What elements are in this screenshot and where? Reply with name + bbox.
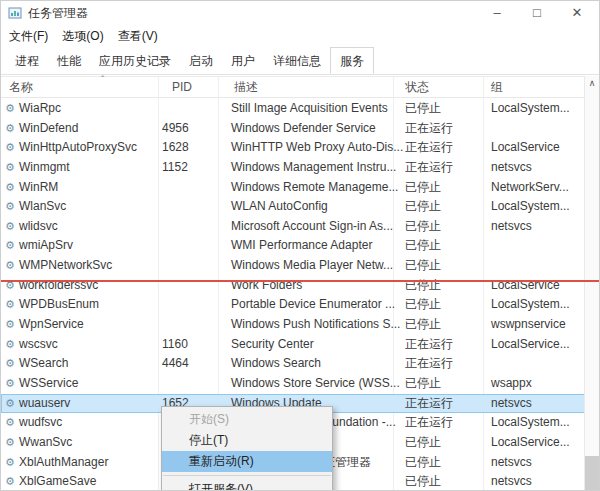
column-header-name[interactable]: 名称 (9, 77, 33, 98)
task-manager-icon (8, 6, 22, 20)
cell-group: LocalSystem... (491, 413, 570, 433)
menu-separator (163, 475, 331, 476)
cell-status: 已停止 (405, 453, 441, 473)
service-row-wscsvc[interactable]: ⚙wscsvc1160Security Center正在运行LocalServi… (1, 335, 586, 355)
cell-status: 已停止 (405, 178, 441, 198)
scrollbar[interactable]: ∧ (584, 76, 599, 490)
cell-status: 正在运行 (405, 354, 453, 374)
cell-description: Windows Media Player Netw... (231, 256, 393, 276)
cell-group: netsvcs (491, 158, 532, 178)
cell-group: NetworkServ... (491, 178, 569, 198)
service-gear-icon: ⚙ (5, 236, 15, 256)
cell-status: 已停止 (405, 99, 441, 119)
tab-app-history[interactable]: 应用历史记录 (90, 48, 180, 75)
service-gear-icon: ⚙ (5, 433, 15, 453)
cell-name: WSearch (19, 354, 68, 374)
service-row-wsservice[interactable]: ⚙WSServiceWindows Store Service (WSS...已… (1, 374, 586, 394)
service-row-wiarpc[interactable]: ⚙WiaRpcStill Image Acquisition Events已停止… (1, 99, 586, 119)
cell-group: netsvcs (491, 217, 532, 237)
service-gear-icon: ⚙ (5, 295, 15, 315)
service-gear-icon: ⚙ (5, 256, 15, 276)
cell-status: 已停止 (405, 236, 441, 256)
cell-description: WinHTTP Web Proxy Auto-Dis... (231, 138, 403, 158)
cell-name: WpnService (19, 315, 84, 335)
cell-status: 已停止 (405, 472, 441, 491)
column-header-status[interactable]: 状态 (405, 77, 429, 98)
service-row-wlansvc[interactable]: ⚙WlanSvcWLAN AutoConfig已停止LocalSystem... (1, 197, 586, 217)
cell-description: Windows Search (231, 354, 321, 374)
cell-status: 已停止 (405, 197, 441, 217)
service-gear-icon: ⚙ (5, 197, 15, 217)
maximize-button[interactable]: □ (517, 1, 557, 25)
cell-description: Windows Push Notifications S... (231, 315, 400, 335)
minimize-button[interactable]: – (477, 1, 517, 25)
cell-pid: 1160 (162, 335, 188, 355)
tab-users[interactable]: 用户 (222, 48, 264, 75)
service-row-winhttpautoproxysvc[interactable]: ⚙WinHttpAutoProxySvc1628WinHTTP Web Prox… (1, 138, 586, 158)
cell-name: wudfsvc (19, 413, 62, 433)
service-row-wlidsvc[interactable]: ⚙wlidsvcMicrosoft Account Sign-in As...已… (1, 217, 586, 237)
service-gear-icon: ⚙ (5, 158, 15, 178)
cell-name: WMPNetworkSvc (19, 256, 112, 276)
service-gear-icon: ⚙ (5, 394, 15, 414)
cell-description: Security Center (231, 335, 314, 355)
cell-group: netsvcs (491, 472, 532, 491)
cell-name: XblGameSave (19, 472, 96, 491)
service-gear-icon: ⚙ (5, 217, 15, 237)
column-header-desc[interactable]: 描述 (234, 77, 258, 98)
tab-services[interactable]: 服务 (330, 47, 374, 74)
cell-pid: 1152 (162, 158, 188, 178)
service-row-winmgmt[interactable]: ⚙Winmgmt1152Windows Management Instru...… (1, 158, 586, 178)
service-row-wmpnetworksvc[interactable]: ⚙WMPNetworkSvcWindows Media Player Netw.… (1, 256, 586, 276)
cell-description: WLAN AutoConfig (231, 197, 328, 217)
table-header: ˆ 名称PID描述状态组 (1, 76, 586, 98)
context-menu-item-start[interactable]: 开始(S) (162, 409, 332, 430)
column-header-group[interactable]: 组 (491, 77, 503, 98)
menu-file[interactable]: 文件(F) (9, 25, 48, 47)
cell-name: Winmgmt (19, 158, 70, 178)
cell-name: WinHttpAutoProxySvc (19, 138, 137, 158)
cell-name: XblAuthManager (19, 453, 108, 473)
tab-details[interactable]: 详细信息 (264, 48, 330, 75)
cell-name: wmiApSrv (19, 236, 73, 256)
cell-status: 正在运行 (405, 335, 453, 355)
context-menu-item-stop[interactable]: 停止(T) (162, 430, 332, 451)
red-annotation-line (1, 280, 599, 282)
scrollbar-thumb[interactable] (585, 456, 599, 491)
cell-group: LocalService (491, 138, 560, 158)
cell-name: WwanSvc (19, 433, 72, 453)
cell-group: LocalSystem... (491, 99, 570, 119)
column-header-pid[interactable]: PID (172, 77, 192, 98)
service-row-workfolderssvc[interactable]: ⚙workfolderssvcWork Folders已停止LocalServi… (1, 276, 586, 296)
cell-pid: 4956 (162, 119, 189, 139)
menu-view[interactable]: 查看(V) (118, 25, 158, 47)
context-menu-item-restart[interactable]: 重新启动(R) (162, 451, 332, 472)
cell-name: WPDBusEnum (19, 295, 99, 315)
context-menu: 开始(S)停止(T)重新启动(R)打开服务(V) (161, 406, 333, 491)
menubar: 文件(F)选项(O)查看(V) (1, 25, 599, 47)
service-row-wmiapsrv[interactable]: ⚙wmiApSrvWMI Performance Adapter已停止 (1, 236, 586, 256)
context-menu-item-open-services[interactable]: 打开服务(V) (162, 479, 332, 491)
service-row-wpdbusenum[interactable]: ⚙WPDBusEnumPortable Device Enumerator ..… (1, 295, 586, 315)
service-row-wsearch[interactable]: ⚙WSearch4464Windows Search正在运行 (1, 354, 586, 374)
scrollbar-up-button[interactable]: ∧ (585, 76, 599, 91)
cell-group: LocalService... (491, 433, 570, 453)
cell-group: netsvcs (491, 394, 532, 414)
close-button[interactable]: ✕ (557, 1, 597, 25)
tab-processes[interactable]: 进程 (6, 48, 48, 75)
cell-description: Microsoft Account Sign-in As... (231, 217, 393, 237)
cell-status: 已停止 (405, 315, 441, 335)
cell-status: 已停止 (405, 295, 441, 315)
window-controls: – □ ✕ (477, 1, 597, 25)
service-row-winrm[interactable]: ⚙WinRMWindows Remote Manageme...已停止Netwo… (1, 178, 586, 198)
tab-performance[interactable]: 性能 (48, 48, 90, 75)
menu-options[interactable]: 选项(O) (62, 25, 103, 47)
cell-description: Windows Management Instru... (231, 158, 396, 178)
service-row-wpnservice[interactable]: ⚙WpnServiceWindows Push Notifications S.… (1, 315, 586, 335)
cell-description: Windows Defender Service (231, 119, 376, 139)
cell-pid: 1628 (162, 138, 189, 158)
service-row-windefend[interactable]: ⚙WinDefend4956Windows Defender Service正在… (1, 119, 586, 139)
cell-name: WiaRpc (19, 99, 61, 119)
cell-group: LocalSystem... (491, 295, 570, 315)
tab-startup[interactable]: 启动 (180, 48, 222, 75)
